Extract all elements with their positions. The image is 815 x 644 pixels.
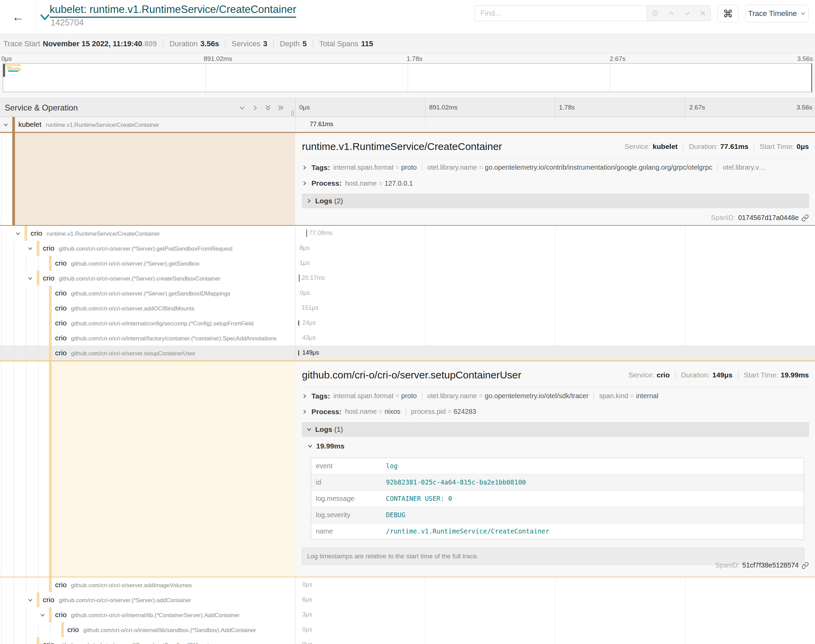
span-row[interactable]: criogithub.com/cri-o/cri-o/internal/lib.… — [0, 607, 815, 622]
span-duration-bar[interactable] — [296, 230, 306, 236]
span-row[interactable]: criogithub.com/cri-o/cri-o/server.addOCI… — [0, 301, 815, 316]
span-row[interactable]: criogithub.com/cri-o/cri-o/internal/conf… — [0, 316, 815, 331]
row-chevron-down-icon[interactable] — [3, 122, 9, 129]
trace-title-link[interactable]: kubelet: runtime.v1.RuntimeService/Creat… — [50, 3, 296, 18]
service-name: crio — [31, 229, 42, 237]
kv-pair: otel.library.name = go.opentelemetry.io/… — [427, 392, 589, 400]
span-row[interactable]: criogithub.com/cri-o/cri-o/server.(*Serv… — [0, 256, 815, 271]
span-row[interactable]: criogithub.com/cri-o/cri-o/server.addIma… — [0, 577, 815, 592]
span-duration-bar[interactable] — [298, 335, 299, 341]
minimap-span-bar — [8, 71, 18, 72]
span-duration-bar[interactable] — [298, 612, 299, 618]
link-icon[interactable] — [801, 562, 809, 569]
log-entry-toggle[interactable]: 19.99ms — [307, 442, 809, 450]
span-duration-bar[interactable] — [298, 597, 299, 603]
total-spans-value: 115 — [361, 40, 373, 48]
span-row[interactable]: crioruntime.v1.RuntimeService/CreateCont… — [0, 226, 815, 241]
next-match-chevron-down-icon[interactable] — [683, 9, 691, 17]
find-input[interactable] — [475, 5, 647, 21]
span-duration-bar[interactable] — [298, 350, 299, 356]
span-duration-bar[interactable] — [296, 261, 297, 266]
span-duration-bar[interactable] — [296, 245, 297, 251]
prev-match-chevron-up-icon[interactable] — [667, 9, 675, 17]
service-color-stripe — [61, 622, 64, 637]
chevron-down-icon — [307, 443, 313, 449]
span-row[interactable]: criogithub.com/cri-o/cri-o/internal/fact… — [0, 331, 815, 345]
service-color-stripe — [49, 331, 52, 345]
trace-minimap: 0μs 891.02ms 1.78s 2.67s 3.56s — [0, 54, 815, 98]
collapse-all-double-chevron-down-icon[interactable] — [264, 104, 272, 112]
span-duration-bar[interactable] — [298, 582, 299, 587]
span-duration-bar[interactable] — [296, 275, 299, 281]
span-duration-label: 8μs — [300, 244, 309, 251]
clear-search-icon[interactable] — [699, 9, 706, 17]
process-toggle-row[interactable]: Process: host.name = nixosprocess.pid = … — [302, 407, 809, 416]
span-row[interactable]: criogithub.com/cri-o/cri-o/internal/lib/… — [0, 622, 815, 637]
expand-one-chevron-right-icon[interactable] — [251, 104, 259, 112]
trace-view-label: Trace Timeline — [748, 9, 797, 18]
span-row[interactable]: criogithub.com/cri-o/cri-o/server.(*Serv… — [0, 271, 815, 286]
service-color-stripe — [12, 117, 15, 132]
span-row[interactable]: criogithub.com/cri-o/cri-o/server.(*Serv… — [0, 241, 815, 256]
log-field-row: name/runtime.v1.RuntimeService/CreateCon… — [311, 523, 804, 539]
kv-pair: host.name = 127.0.0.1 — [345, 179, 413, 187]
service-color-stripe — [37, 592, 40, 607]
service-label: Service: — [628, 371, 654, 379]
expand-all-double-chevron-right-icon[interactable] — [277, 104, 285, 112]
row-chevron-down-icon[interactable] — [15, 230, 21, 238]
logs-section-toggle[interactable]: Logs (2) — [302, 194, 809, 208]
service-value: crio — [657, 371, 670, 379]
depth-value: 5 — [303, 40, 307, 48]
log-field-key: log.message — [311, 491, 383, 507]
span-duration-bar[interactable] — [298, 320, 299, 326]
span-row[interactable]: criogithub.com/cri-o/cri-o/server.(*Serv… — [0, 592, 815, 607]
kv-pair: internal.span.format = proto — [333, 164, 417, 171]
logs-section-toggle[interactable]: Logs (1) — [302, 422, 809, 437]
service-color-stripe — [49, 256, 52, 271]
minimap-canvas[interactable] — [3, 63, 812, 92]
link-icon[interactable] — [801, 214, 809, 222]
span-duration-bar[interactable] — [298, 642, 299, 644]
service-color-stripe — [37, 271, 40, 286]
keyboard-shortcuts-button[interactable]: ⌘ — [717, 5, 738, 23]
span-duration-bar[interactable] — [297, 305, 299, 311]
column-resize-handle[interactable] — [291, 110, 294, 116]
row-chevron-down-icon[interactable] — [27, 275, 33, 283]
trace-start-ms: .809 — [142, 40, 157, 48]
span-row[interactable]: kubeletruntime.v1.RuntimeService/CreateC… — [0, 117, 815, 132]
span-row[interactable]: criogithub.com/cri-o/cri-o/server.setupC… — [0, 345, 815, 360]
minimap-tick: 1.78s — [407, 55, 422, 63]
span-duration-bar[interactable] — [296, 290, 297, 296]
span-row[interactable]: criogithub.com/cri-o/cri-o/server.(*Serv… — [0, 286, 815, 301]
kv-pair: span.kind = internal — [599, 392, 658, 400]
row-chevron-down-icon[interactable] — [27, 245, 33, 253]
chevron-right-icon — [306, 198, 312, 204]
span-detail-setupcontaineruser: github.com/cri-o/cri-o/server.setupConta… — [0, 360, 815, 577]
process-toggle-row[interactable]: Process: host.name = 127.0.0.1 — [302, 179, 809, 188]
trace-collapse-chevron-down-icon[interactable] — [40, 13, 50, 23]
trace-view-selector[interactable]: Trace Timeline — [745, 5, 809, 23]
tags-toggle-row[interactable]: Tags: internal.span.format = protootel.l… — [302, 392, 809, 400]
minimap-right-scrubber[interactable] — [811, 64, 812, 92]
log-field-value: 92b82381-025c-4a64-815c-ba2e1bb08100 — [383, 474, 804, 490]
kv-pair: otel.library.v… — [723, 164, 766, 171]
collapse-one-chevron-down-icon[interactable] — [238, 104, 246, 112]
back-button[interactable]: ← — [0, 0, 37, 34]
service-color-stripe — [49, 577, 52, 592]
detail-span-name: github.com/cri-o/cri-o/server.setupConta… — [302, 369, 521, 381]
log-field-row: eventlog — [311, 458, 804, 474]
span-row[interactable]: criogithub.com/cri-o/cri-o/server.(*Serv… — [0, 637, 815, 644]
operation-name: github.com/cri-o/cri-o/internal/lib.(*Co… — [71, 612, 240, 619]
locate-icon[interactable] — [651, 9, 659, 17]
service-name: crio — [55, 304, 67, 312]
log-field-key: id — [311, 474, 383, 490]
service-color-stripe — [37, 241, 40, 256]
minimap-tick: 0μs — [2, 55, 12, 63]
minimap-left-scrubber[interactable] — [3, 64, 5, 77]
row-chevron-down-icon[interactable] — [40, 612, 46, 619]
tags-toggle-row[interactable]: Tags: internal.span.format = protootel.l… — [302, 163, 809, 172]
span-duration-bar[interactable] — [298, 627, 299, 632]
row-chevron-down-icon[interactable] — [27, 597, 33, 604]
span-duration-bar[interactable] — [296, 122, 307, 127]
span-duration-label: 43μs — [302, 334, 316, 341]
